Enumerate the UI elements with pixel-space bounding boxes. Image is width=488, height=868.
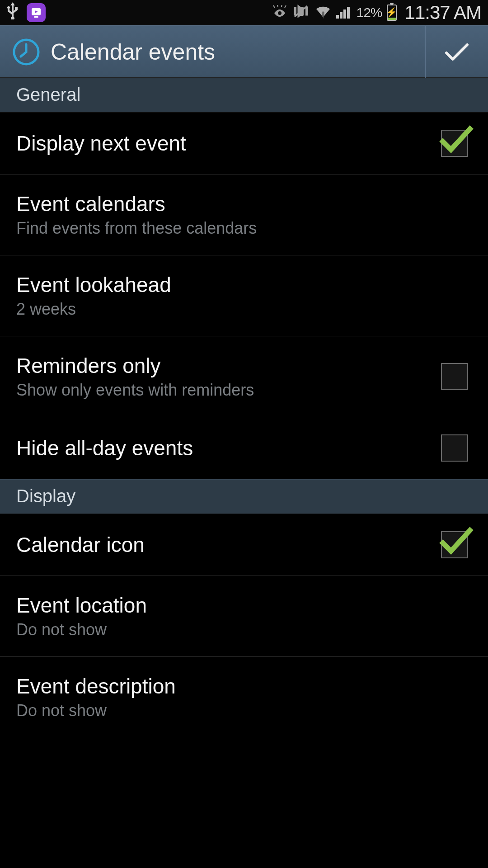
item-title: Event calendars	[16, 192, 472, 216]
vibrate-mute-icon	[292, 4, 310, 22]
status-bar: 12% ⚡ 11:37 AM	[0, 0, 488, 25]
item-hide-all-day-events[interactable]: Hide all-day events	[0, 417, 488, 479]
battery-percentage: 12%	[356, 5, 382, 20]
action-bar: Calendar events	[0, 25, 488, 78]
item-title: Event description	[16, 674, 472, 698]
page-title: Calendar events	[51, 39, 425, 65]
status-clock: 11:37 AM	[405, 2, 481, 24]
item-subtitle: 2 weeks	[16, 300, 472, 319]
checkbox-calendar-icon[interactable]	[441, 531, 468, 558]
item-reminders-only[interactable]: Reminders only Show only events with rem…	[0, 336, 488, 417]
usb-icon	[7, 2, 19, 23]
item-title: Display next event	[16, 131, 441, 156]
item-title: Hide all-day events	[16, 436, 441, 460]
item-event-calendars[interactable]: Event calendars Find events from these c…	[0, 175, 488, 255]
svg-rect-1	[34, 16, 38, 18]
item-subtitle: Do not show	[16, 701, 472, 720]
item-title: Reminders only	[16, 354, 441, 378]
item-title: Event location	[16, 593, 472, 618]
smart-stay-icon	[272, 5, 287, 21]
confirm-button[interactable]	[425, 26, 488, 78]
item-event-lookahead[interactable]: Event lookahead 2 weeks	[0, 255, 488, 336]
item-subtitle: Do not show	[16, 620, 472, 639]
item-subtitle: Find events from these calendars	[16, 219, 472, 238]
battery-charging-icon: ⚡	[387, 5, 397, 21]
checkbox-reminders-only[interactable]	[441, 363, 468, 390]
item-subtitle: Show only events with reminders	[16, 381, 441, 400]
media-app-icon	[27, 3, 46, 22]
checkbox-display-next-event[interactable]	[441, 130, 468, 157]
item-event-description[interactable]: Event description Do not show	[0, 657, 488, 737]
section-header-general: General	[0, 78, 488, 113]
section-header-display: Display	[0, 479, 488, 514]
item-event-location[interactable]: Event location Do not show	[0, 576, 488, 657]
item-title: Calendar icon	[16, 533, 441, 557]
item-title: Event lookahead	[16, 273, 472, 297]
item-display-next-event[interactable]: Display next event	[0, 113, 488, 175]
wifi-icon	[314, 5, 332, 21]
signal-icon	[336, 5, 352, 20]
clock-icon	[12, 38, 41, 66]
checkbox-hide-all-day[interactable]	[441, 434, 468, 462]
item-calendar-icon[interactable]: Calendar icon	[0, 514, 488, 576]
